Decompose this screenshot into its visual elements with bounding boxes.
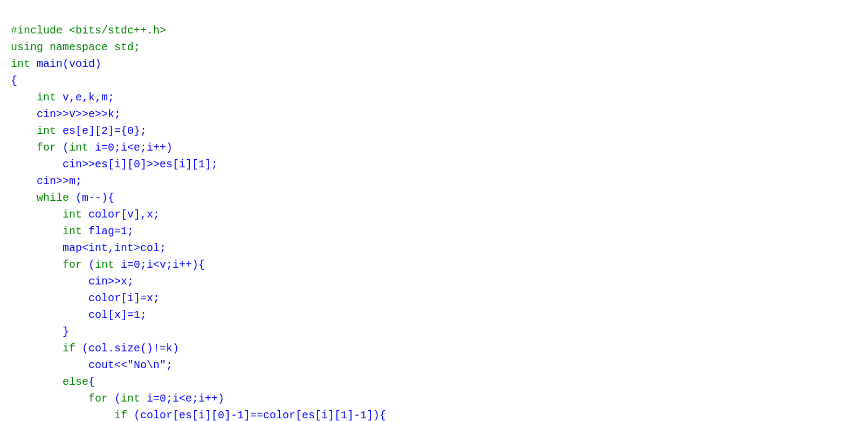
code-token-normal: { bbox=[11, 74, 17, 87]
code-line: map<int,int>col; bbox=[11, 240, 857, 256]
code-token-normal: ( bbox=[82, 259, 95, 271]
code-line: for (int i=0;i<v;i++){ bbox=[11, 256, 857, 273]
code-line: int color[v],x; bbox=[11, 206, 857, 223]
code-line: int main(void) bbox=[11, 56, 857, 72]
code-line: if (col.size()!=k) bbox=[11, 340, 857, 357]
code-line: int es[e][2]={0}; bbox=[11, 123, 857, 139]
code-token-normal: cout<<"No\n"; bbox=[11, 359, 173, 371]
code-line: cin>>es[i][0]>>es[i][1]; bbox=[11, 156, 857, 173]
code-token-keyword: int bbox=[63, 225, 82, 237]
code-token-keyword: int bbox=[69, 141, 88, 154]
code-token-keyword: int bbox=[95, 259, 114, 271]
code-line: if (color[es[i][0]-1]==color[es[i][1]-1]… bbox=[11, 407, 857, 421]
code-token-normal: es[e][2]={0}; bbox=[56, 125, 147, 137]
code-line: } bbox=[11, 323, 857, 340]
code-token-normal: i=0;i<e;i++) bbox=[140, 392, 224, 405]
code-line: col[x]=1; bbox=[11, 307, 857, 323]
code-token-keyword: int bbox=[37, 125, 56, 137]
code-token-normal: ( bbox=[108, 392, 121, 405]
code-token-keyword: else bbox=[11, 376, 88, 388]
code-token-keyword: int bbox=[63, 208, 82, 221]
code-token-keyword: for bbox=[11, 259, 82, 271]
code-token-normal: (color[es[i][0]-1]==color[es[i][1]-1]){ bbox=[127, 409, 386, 421]
code-token-keyword: if bbox=[11, 342, 75, 355]
code-token-normal: ( bbox=[56, 141, 69, 154]
code-token-normal: } bbox=[11, 325, 69, 338]
code-line: int v,e,k,m; bbox=[11, 89, 857, 106]
code-token-keyword: using namespace std; bbox=[11, 41, 140, 53]
code-line: cout<<"No\n"; bbox=[11, 357, 857, 374]
code-line: { bbox=[11, 72, 857, 89]
code-token-normal: (m--){ bbox=[69, 192, 114, 204]
code-token-normal: cin>>es[i][0]>>es[i][1]; bbox=[11, 158, 218, 171]
code-token-keyword: if bbox=[11, 409, 127, 421]
code-line: cin>>x; bbox=[11, 273, 857, 290]
code-token-keyword: while bbox=[11, 192, 69, 204]
code-token-preprocessor: #include <bits/stdc++.h> bbox=[11, 24, 166, 37]
code-line: while (m--){ bbox=[11, 189, 857, 206]
code-token-normal bbox=[11, 91, 37, 104]
code-line: cin>>v>>e>>k; bbox=[11, 106, 857, 123]
code-token-normal: i=0;i<e;i++) bbox=[88, 141, 173, 154]
code-token-normal: v,e,k,m; bbox=[56, 91, 114, 104]
code-token-normal: (col.size()!=k) bbox=[75, 342, 179, 355]
code-line: else{ bbox=[11, 374, 857, 390]
code-token-normal: cin>>m; bbox=[11, 175, 82, 187]
code-token-keyword: int bbox=[37, 91, 56, 104]
code-line: color[i]=x; bbox=[11, 290, 857, 307]
code-line: #include <bits/stdc++.h> bbox=[11, 22, 857, 39]
code-token-normal: cin>>x; bbox=[11, 275, 134, 288]
code-line: cin>>m; bbox=[11, 173, 857, 189]
code-token-keyword: for bbox=[11, 392, 108, 405]
code-token-normal: col[x]=1; bbox=[11, 309, 147, 321]
code-token-keyword: for bbox=[11, 141, 56, 154]
code-line: for (int i=0;i<e;i++) bbox=[11, 390, 857, 407]
code-token-normal: cin>>v>>e>>k; bbox=[11, 108, 121, 120]
code-token-normal: map<int,int>col; bbox=[11, 242, 166, 254]
code-editor: #include <bits/stdc++.h>using namespace … bbox=[11, 5, 857, 421]
code-token-keyword: int bbox=[121, 392, 140, 405]
code-token-normal: i=0;i<v;i++){ bbox=[114, 259, 205, 271]
code-line: for (int i=0;i<e;i++) bbox=[11, 139, 857, 156]
code-token-normal: color[v],x; bbox=[82, 208, 160, 221]
code-token-normal: main(void) bbox=[30, 58, 101, 70]
code-token-normal: color[i]=x; bbox=[11, 292, 160, 304]
code-line: int flag=1; bbox=[11, 223, 857, 240]
code-token-normal: { bbox=[88, 376, 95, 388]
code-line: using namespace std; bbox=[11, 39, 857, 56]
code-token-normal bbox=[11, 125, 37, 137]
code-token-keyword: int bbox=[11, 58, 30, 70]
code-token-normal bbox=[11, 225, 63, 237]
code-token-normal bbox=[11, 208, 63, 221]
code-token-normal: flag=1; bbox=[82, 225, 134, 237]
